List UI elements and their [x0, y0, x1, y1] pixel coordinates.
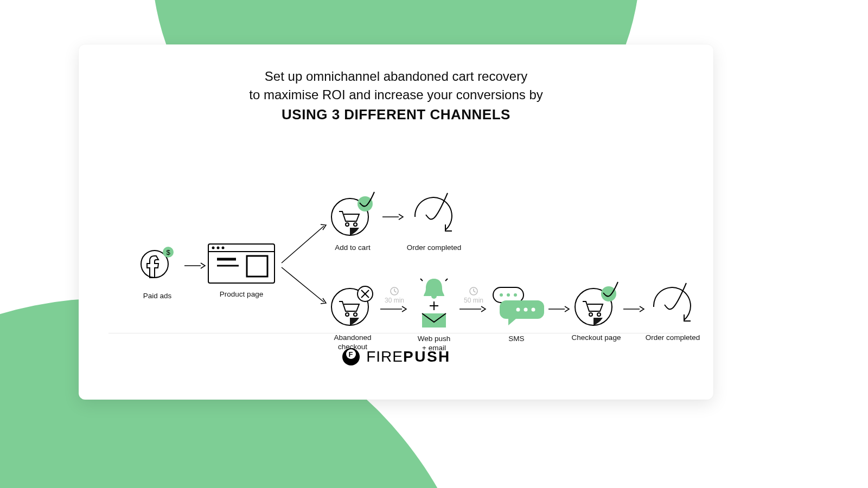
- svg-point-49: [597, 313, 601, 316]
- svg-text:$: $: [166, 248, 170, 256]
- arrow-icon: [382, 213, 404, 221]
- firepush-logo-icon: F: [341, 347, 361, 367]
- cart-check-icon: [569, 281, 623, 328]
- svg-point-20: [346, 313, 349, 316]
- svg-point-16: [354, 223, 357, 226]
- browser-page-icon: [206, 240, 277, 286]
- brand-push: PUSH: [403, 348, 451, 365]
- svg-point-6: [212, 247, 215, 249]
- svg-point-7: [217, 247, 220, 249]
- timing-30min: 30 min: [378, 286, 411, 304]
- clock-icon: [469, 286, 478, 296]
- svg-point-45: [532, 308, 535, 312]
- label-checkout-page: Checkout page: [569, 333, 623, 342]
- node-abandoned-checkout: Abandoned checkout: [326, 281, 380, 351]
- svg-line-28: [394, 291, 397, 292]
- svg-point-17: [358, 196, 373, 211]
- info-card: Set up omnichannel abandoned cart recove…: [79, 44, 713, 400]
- svg-point-8: [222, 247, 225, 249]
- svg-rect-11: [247, 256, 267, 277]
- cart-cancel-icon: [326, 281, 380, 328]
- svg-text:F: F: [349, 350, 354, 358]
- brand-logo: F FIREPUSH: [79, 347, 713, 369]
- svg-line-30: [445, 279, 448, 281]
- node-add-to-cart: Add to cart: [326, 191, 380, 252]
- svg-point-42: [514, 293, 517, 297]
- label-order-completed-bottom: Order completed: [643, 333, 703, 342]
- svg-line-13: [282, 267, 324, 302]
- push-email-icon: [410, 274, 458, 329]
- node-sms: SMS: [487, 281, 546, 343]
- svg-point-40: [500, 293, 503, 297]
- arrow-icon: [623, 305, 645, 313]
- svg-point-43: [516, 308, 520, 312]
- svg-point-44: [524, 308, 528, 312]
- svg-point-15: [346, 223, 349, 226]
- svg-line-12: [282, 226, 324, 263]
- svg-point-41: [507, 293, 510, 297]
- facebook-ads-icon: $: [133, 242, 182, 286]
- timing-30min-text: 30 min: [385, 297, 404, 304]
- label-add-to-cart: Add to cart: [326, 243, 380, 252]
- order-complete-icon: [643, 280, 703, 328]
- node-product-page: Product page: [206, 240, 277, 299]
- order-complete-icon: [404, 190, 464, 237]
- label-paid-ads: Paid ads: [133, 291, 182, 300]
- arrow-icon: [548, 305, 570, 313]
- cart-check-icon: [326, 191, 380, 237]
- label-order-completed-top: Order completed: [404, 243, 464, 252]
- timing-50min-text: 50 min: [464, 297, 483, 304]
- title-block: Set up omnichannel abandoned cart recove…: [79, 67, 713, 124]
- clock-icon: [390, 286, 399, 296]
- node-order-completed-top: Order completed: [404, 190, 464, 252]
- node-webpush-email: Web push + email: [410, 274, 458, 352]
- svg-point-21: [354, 313, 357, 316]
- brand-fire: FIRE: [366, 348, 403, 365]
- title-line-3: USING 3 DIFFERENT CHANNELS: [79, 105, 713, 124]
- timing-50min: 50 min: [457, 286, 490, 304]
- arrow-icon: [380, 305, 407, 313]
- arrow-icon: [459, 305, 487, 313]
- flow-diagram: $ Paid ads Product page: [100, 147, 692, 332]
- svg-line-29: [420, 279, 423, 281]
- node-paid-ads: $ Paid ads: [133, 242, 182, 300]
- label-sms: SMS: [487, 334, 546, 343]
- svg-line-38: [474, 291, 476, 292]
- title-line-2: to maximise ROI and increase your conver…: [79, 86, 713, 104]
- title-line-1: Set up omnichannel abandoned cart recove…: [79, 67, 713, 86]
- footer-divider: [108, 333, 684, 333]
- label-product-page: Product page: [206, 290, 277, 299]
- sms-chat-icon: [487, 281, 546, 329]
- svg-point-48: [589, 313, 592, 316]
- arrow-icon: [184, 261, 206, 270]
- svg-point-50: [601, 286, 616, 301]
